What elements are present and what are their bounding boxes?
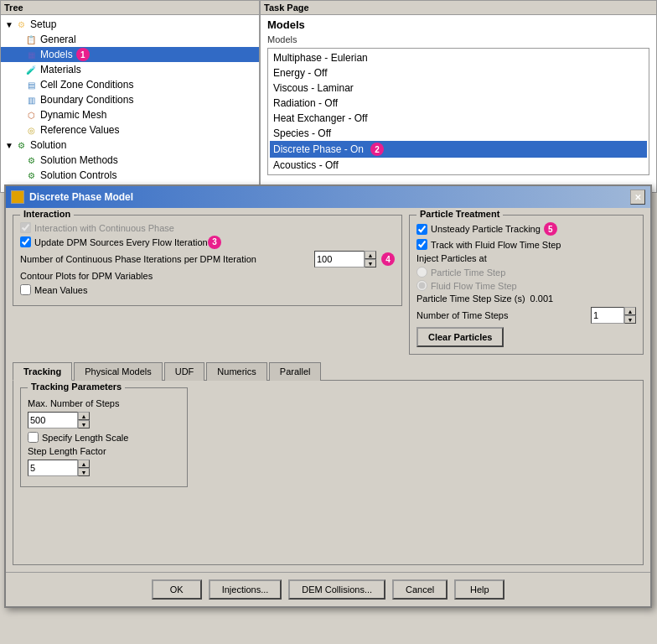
maxsteps-arrows: ▲ ▼ [78, 412, 90, 428]
steplenfactor-input[interactable]: 5 [28, 460, 78, 476]
interaction-checkbox2[interactable] [20, 236, 31, 247]
tree-item-label-setup: Setup [30, 18, 56, 30]
tree-item-label-solcontrols: Solution Controls [40, 169, 116, 181]
interaction-checkbox1[interactable] [20, 222, 31, 233]
model-item-heatex[interactable]: Heat Exchanger - Off [270, 111, 647, 126]
unsteady-checkbox[interactable] [416, 224, 427, 235]
tree-item-cellzone[interactable]: ▤ Cell Zone Conditions [1, 77, 259, 92]
radio-particletimestep-row: Particle Time Step [416, 267, 636, 278]
clear-particles-button[interactable]: Clear Particles [416, 327, 504, 347]
model-item-viscous[interactable]: Viscous - Laminar [270, 80, 647, 96]
specifylen-row: Specify Length Scale [28, 432, 180, 443]
numsteps-arrows: ▲ ▼ [624, 307, 636, 324]
trackfluid-row: Track with Fluid Flow Time Step [416, 239, 636, 250]
tree-item-solcontrols[interactable]: ⚙ Solution Controls [1, 168, 259, 183]
inject-label: Inject Particles at [416, 253, 636, 263]
maxsteps-spinner: 500 ▲ ▼ [28, 412, 90, 428]
maxsteps-input[interactable]: 500 [28, 412, 78, 428]
tree-item-solmethods[interactable]: ⚙ Solution Methods [1, 153, 259, 168]
dialog-title: Discrete Phase Model [29, 191, 630, 203]
tree-item-boundary[interactable]: ▥ Boundary Conditions [1, 92, 259, 107]
tab-udf[interactable]: UDF [164, 362, 205, 381]
tree-panel: Tree ▼ ⚙ Setup 📋 General [0, 0, 260, 193]
tree-item-reference[interactable]: ◎ Reference Values [1, 122, 259, 138]
steplenfactor-row: 5 ▲ ▼ [28, 460, 180, 476]
radio-particletimestep-label: Particle Time Step [431, 267, 505, 278]
expand-arrow-setup[interactable]: ▼ [4, 20, 14, 29]
steplenfactor-spinner: 5 ▲ ▼ [28, 460, 90, 476]
maxsteps-down[interactable]: ▼ [78, 420, 90, 428]
tree-item-materials[interactable]: 🧪 Materials [1, 62, 259, 77]
dialog-footer: OK Injections... DEM Collisions... Cance… [6, 572, 650, 606]
taskpage-header: Task Page [261, 1, 656, 15]
contour-section: Contour Plots for DPM Variables Mean Val… [20, 271, 395, 295]
particle-treatment-title: Particle Treatment [416, 209, 503, 219]
radio-fluidtimestep[interactable] [416, 280, 427, 291]
model-item-radiation[interactable]: Radiation - Off [270, 96, 647, 111]
iterations-input[interactable]: 100 [314, 251, 365, 267]
tab-numerics[interactable]: Numerics [206, 362, 266, 381]
radio-particletimestep[interactable] [416, 267, 427, 278]
dialog-two-col: Interaction Interaction with Continuous … [13, 215, 644, 361]
numsteps-input[interactable]: 1 [591, 307, 624, 324]
iterations-badge: 4 [381, 252, 395, 266]
numsteps-down[interactable]: ▼ [624, 315, 636, 324]
model-item-discretephase[interactable]: Discrete Phase - On 2 [270, 141, 647, 158]
model-item-acoustics[interactable]: Acoustics - Off [270, 158, 647, 173]
dialog-titlebar: Discrete Phase Model ✕ [6, 186, 650, 208]
boundary-icon: ▥ [24, 93, 38, 106]
interaction-checkbox2-label: Update DPM Sources Every Flow Iteration [34, 237, 208, 247]
steplenfactor-label: Step Length Factor [28, 446, 180, 456]
maxsteps-row: 500 ▲ ▼ [28, 412, 180, 428]
dem-collisions-button[interactable]: DEM Collisions... [288, 579, 385, 600]
steplenfactor-up[interactable]: ▲ [78, 460, 90, 468]
help-button[interactable]: Help [454, 579, 504, 600]
tab-parallel[interactable]: Parallel [269, 362, 322, 381]
timestep-label: Particle Time Step Size (s) [416, 293, 525, 304]
meanvalues-checkbox[interactable] [20, 284, 31, 295]
model-item-energy[interactable]: Energy - Off [270, 65, 647, 80]
unsteady-label: Unsteady Particle Tracking [431, 224, 541, 234]
tree-item-dynmesh[interactable]: ⬡ Dynamic Mesh [1, 107, 259, 122]
model-item-multiphase[interactable]: Multiphase - Eulerian [270, 50, 647, 65]
numsteps-up[interactable]: ▲ [624, 307, 636, 315]
tree-item-models[interactable]: ▦ Models 1 [1, 47, 259, 62]
taskpage-content: Models Models Multiphase - Eulerian Ener… [261, 15, 656, 179]
steplenfactor-down[interactable]: ▼ [78, 468, 90, 476]
unsteady-badge: 5 [544, 222, 557, 236]
tree-item-label-models: Models [40, 49, 73, 60]
specifylen-label: Specify Length Scale [42, 433, 128, 443]
specifylen-checkbox[interactable] [28, 432, 39, 443]
ok-button[interactable]: OK [152, 579, 202, 600]
solcontrols-icon: ⚙ [24, 169, 38, 182]
model-item-species[interactable]: Species - Off [270, 126, 647, 141]
iterations-up[interactable]: ▲ [365, 251, 376, 259]
interaction-checkbox2-row: Update DPM Sources Every Flow Iteration … [20, 236, 395, 247]
tab-tracking[interactable]: Tracking [13, 362, 72, 381]
expand-arrow-solution[interactable]: ▼ [4, 141, 14, 150]
trackfluid-label: Track with Fluid Flow Time Step [431, 240, 561, 250]
interaction-checkbox1-row: Interaction with Continuous Phase [20, 222, 395, 233]
interaction-group: Interaction Interaction with Continuous … [13, 215, 402, 306]
tree-item-label-cellzone: Cell Zone Conditions [40, 79, 133, 91]
trackfluid-checkbox[interactable] [416, 239, 427, 250]
tree-item-general[interactable]: 📋 General [1, 32, 259, 47]
models-icon: ▦ [24, 48, 38, 61]
model-list-border: Multiphase - Eulerian Energy - Off Visco… [267, 48, 649, 175]
tree-item-setup[interactable]: ▼ ⚙ Setup [1, 17, 259, 32]
dialog-icon [11, 190, 24, 204]
dialog-close-button[interactable]: ✕ [630, 190, 645, 205]
iterations-row: Number of Continuous Phase Iterations pe… [20, 251, 395, 267]
tab-physicalmodels[interactable]: Physical Models [74, 362, 162, 381]
maxsteps-up[interactable]: ▲ [78, 412, 90, 420]
tree-item-solution[interactable]: ▼ ⚙ Solution [1, 138, 259, 153]
taskpage-title: Models [267, 18, 649, 31]
injections-button[interactable]: Injections... [209, 579, 282, 600]
dialog-right: Particle Treatment Unsteady Particle Tra… [409, 215, 644, 361]
cancel-button[interactable]: Cancel [392, 579, 447, 600]
tree-item-label-materials: Materials [40, 64, 81, 75]
materials-icon: 🧪 [24, 63, 38, 76]
tabs-bar: Tracking Physical Models UDF Numerics Pa… [13, 361, 644, 381]
taskpage-subtitle: Models [267, 34, 649, 44]
iterations-down[interactable]: ▼ [365, 259, 376, 267]
